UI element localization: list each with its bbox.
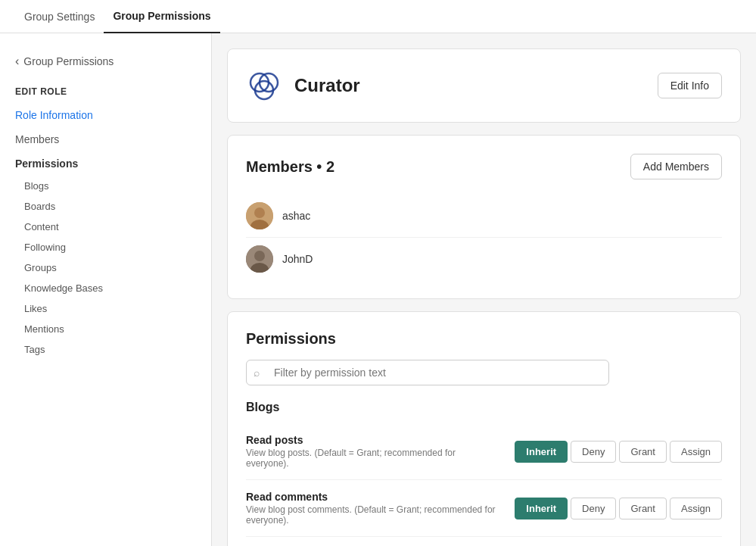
sidebar-item-role-information[interactable]: Role Information <box>0 103 211 127</box>
search-box: ⌕ <box>246 360 722 385</box>
sidebar-item-groups[interactable]: Groups <box>0 257 211 278</box>
permissions-section-title: Permissions <box>246 330 722 348</box>
role-name: Curator <box>294 75 360 96</box>
sidebar: ‹ Group Permissions EDIT ROLE Role Infor… <box>0 33 212 546</box>
blogs-section-title: Blogs <box>246 401 722 414</box>
perm-info-read-comments: Read comments View blog post comments. (… <box>246 491 515 526</box>
svg-point-4 <box>254 207 265 218</box>
perm-inherit-read-posts[interactable]: Inherit <box>515 441 568 463</box>
sidebar-item-boards[interactable]: Boards <box>0 196 211 217</box>
perm-info-read-posts: Read posts View blog posts. (Default = G… <box>246 434 515 469</box>
nav-group-settings[interactable]: Group Settings <box>15 0 104 33</box>
perm-actions-read-comments: Inherit Deny Grant Assign <box>515 498 722 519</box>
member-item: ashac <box>246 195 722 238</box>
perm-grant-read-comments[interactable]: Grant <box>619 498 667 519</box>
sidebar-item-blogs[interactable]: Blogs <box>0 176 211 196</box>
perm-grant-read-posts[interactable]: Grant <box>619 441 667 463</box>
permission-row-read-comments: Read comments View blog post comments. (… <box>246 480 722 537</box>
perm-name-read-comments: Read comments <box>246 491 499 503</box>
member-name-johnd: JohnD <box>282 253 313 265</box>
member-item: JohnD <box>246 238 722 280</box>
role-title-area: Curator <box>246 67 360 104</box>
sidebar-item-following[interactable]: Following <box>0 237 211 257</box>
perm-actions-read-posts: Inherit Deny Grant Assign <box>515 441 722 463</box>
edit-info-button[interactable]: Edit Info <box>658 73 722 98</box>
permission-row-read-posts: Read posts View blog posts. (Default = G… <box>246 423 722 480</box>
search-icon: ⌕ <box>254 367 260 379</box>
curator-icon <box>246 67 282 104</box>
nav-group-permissions[interactable]: Group Permissions <box>104 0 219 33</box>
member-name-ashac: ashac <box>282 210 310 222</box>
sidebar-item-tags[interactable]: Tags <box>0 339 211 360</box>
edit-role-section-title: EDIT ROLE <box>0 80 211 103</box>
members-header: Members • 2 Add Members <box>246 154 722 179</box>
svg-point-7 <box>254 251 265 261</box>
sidebar-item-likes[interactable]: Likes <box>0 298 211 319</box>
top-navigation: Group Settings Group Permissions <box>0 0 756 33</box>
sidebar-back-label: Group Permissions <box>23 55 114 67</box>
perm-name-read-posts: Read posts <box>246 434 499 446</box>
permissions-section-label: Permissions <box>0 151 211 176</box>
role-card: Curator Edit Info <box>227 48 741 123</box>
perm-deny-read-posts[interactable]: Deny <box>571 441 616 463</box>
perm-desc-read-comments: View blog post comments. (Default = Gran… <box>246 504 499 526</box>
perm-desc-read-posts: View blog posts. (Default = Grant; recom… <box>246 448 499 469</box>
role-header: Curator Edit Info <box>246 67 722 104</box>
sidebar-item-knowledge-bases[interactable]: Knowledge Bases <box>0 278 211 298</box>
perm-assign-read-comments[interactable]: Assign <box>670 498 722 519</box>
members-card: Members • 2 Add Members ashac <box>227 135 741 299</box>
members-title: Members • 2 <box>246 158 334 176</box>
add-members-button[interactable]: Add Members <box>630 154 722 179</box>
permission-row-comment-on-posts: Comment on posts Enable members to add c… <box>246 537 722 546</box>
permissions-card: Permissions ⌕ Blogs Read posts View blog… <box>227 311 741 546</box>
sidebar-item-mentions[interactable]: Mentions <box>0 319 211 339</box>
perm-inherit-read-comments[interactable]: Inherit <box>515 498 568 519</box>
avatar-ashac <box>246 202 273 229</box>
permissions-search-input[interactable] <box>246 360 609 385</box>
content-area: Curator Edit Info Members • 2 Add Member… <box>212 33 756 546</box>
main-container: ‹ Group Permissions EDIT ROLE Role Infor… <box>0 33 756 546</box>
perm-assign-read-posts[interactable]: Assign <box>670 441 722 463</box>
avatar-johnd <box>246 245 273 273</box>
perm-deny-read-comments[interactable]: Deny <box>571 498 616 519</box>
back-arrow-icon: ‹ <box>15 55 19 68</box>
sidebar-item-members[interactable]: Members <box>0 127 211 151</box>
sidebar-item-content[interactable]: Content <box>0 217 211 237</box>
sidebar-back-button[interactable]: ‹ Group Permissions <box>0 48 211 80</box>
